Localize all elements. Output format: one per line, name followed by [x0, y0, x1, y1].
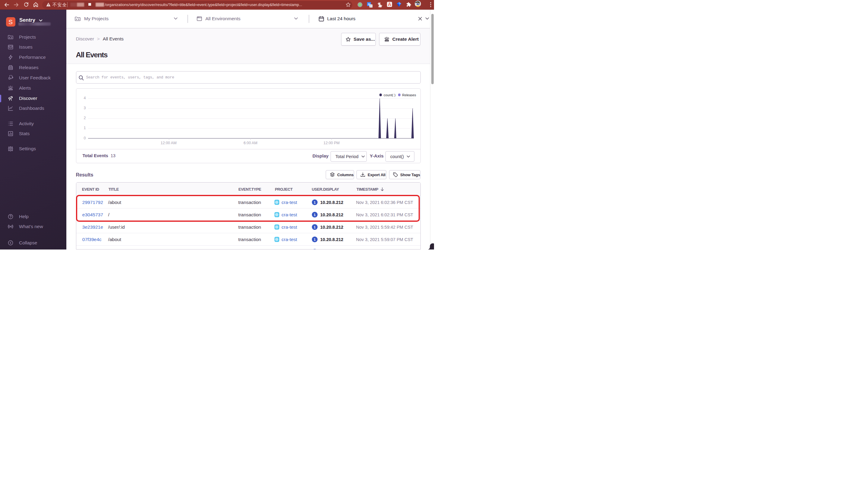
svg-text:文: 文	[370, 5, 372, 8]
